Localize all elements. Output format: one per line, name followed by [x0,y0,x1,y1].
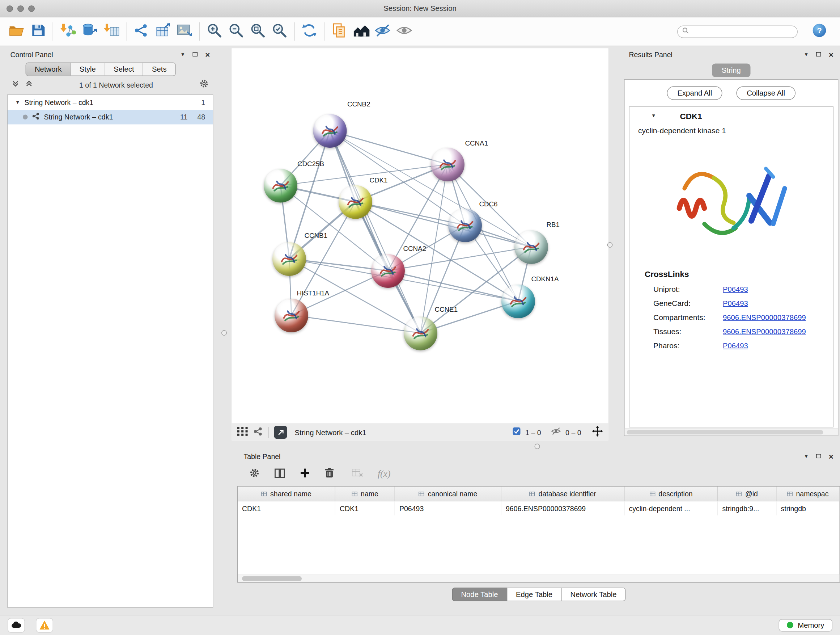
float-panel-icon[interactable] [193,52,198,57]
network-button[interactable] [130,21,152,42]
network-edge[interactable] [355,202,531,247]
splitter-handle-bottom[interactable] [535,444,540,449]
export-image-button[interactable] [174,21,195,42]
scrollbar-thumb[interactable] [627,430,823,434]
gear-icon[interactable] [199,79,209,91]
network-node-CCNA2[interactable] [371,254,405,288]
section-expander-icon[interactable]: ▼ [651,114,656,119]
results-horizontal-scrollbar[interactable] [625,429,838,436]
table-settings-gear-icon[interactable] [249,468,260,481]
crosslink-value-link[interactable]: P06493 [723,285,748,293]
home-button[interactable] [350,21,372,42]
network-from-table-button[interactable] [152,21,174,42]
export-network-button[interactable] [274,426,287,439]
protein-section-header[interactable]: ▼ CDK1 [630,107,833,125]
zoom-selected-button[interactable] [269,21,291,42]
column-header-shared-name[interactable]: shared name [238,486,335,501]
network-node-CDC25B[interactable] [264,169,297,203]
column-header--id[interactable]: @id [718,486,777,501]
network-collection-row[interactable]: ▼ String Network – cdk1 1 [8,95,213,110]
network-node-CCNB1[interactable] [272,242,306,276]
save-session-button[interactable] [27,21,49,42]
close-panel-icon[interactable]: × [829,50,834,59]
show-button[interactable] [393,21,415,42]
expander-icon[interactable]: ▼ [15,100,20,105]
tab-node-table[interactable]: Node Table [452,587,507,601]
hide-button[interactable] [372,21,393,42]
network-node-HIST1H1A[interactable] [275,299,308,333]
crosslink-value-link[interactable]: P06493 [723,341,748,350]
network-edge[interactable] [330,131,448,165]
scrollbar-thumb[interactable] [242,576,302,581]
network-edge[interactable] [292,315,421,333]
add-row-plus-icon[interactable] [300,468,310,481]
table-row[interactable]: CDK1CDK1P064939606.ENSP00000378699cyclin… [238,501,840,516]
network-edge[interactable] [421,225,465,333]
network-canvas[interactable]: CCNB2CCNA1CDC25BCDK1CDC6RB1CCNB1CCNA2CDK… [232,49,608,424]
collapse-all-icon[interactable] [11,80,20,90]
tab-string[interactable]: String [712,64,751,78]
move-crosshair-icon[interactable] [592,426,603,439]
zoom-in-button[interactable] [204,21,225,42]
collapse-panel-icon[interactable]: ▼ [804,52,808,57]
network-node-CDK1[interactable] [339,185,372,219]
tab-edge-table[interactable]: Edge Table [507,587,562,601]
crosslink-value-link[interactable]: 9606.ENSP00000378699 [723,327,806,336]
function-builder-button[interactable]: f(x) [378,469,390,480]
duplicate-button[interactable] [328,21,350,42]
expand-all-icon[interactable] [25,80,33,90]
show-columns-icon[interactable] [274,468,286,480]
crosslink-value-link[interactable]: 9606.ENSP00000378699 [723,313,806,321]
splitter-handle-right[interactable] [607,242,613,248]
tab-style[interactable]: Style [70,63,105,76]
column-header-canonical-name[interactable]: canonical name [395,486,501,501]
grid-icon[interactable] [237,426,248,438]
float-panel-icon[interactable] [816,52,821,57]
float-panel-icon[interactable] [816,454,821,458]
open-session-button[interactable] [5,21,27,42]
expand-all-button[interactable]: Expand All [667,87,722,100]
network-node-CCNB2[interactable] [313,114,347,148]
tab-select[interactable]: Select [104,63,143,76]
hidden-eye-icon[interactable] [551,427,561,438]
cloud-button[interactable] [8,618,25,633]
crosslink-value-link[interactable]: P06493 [723,299,748,307]
close-panel-icon[interactable]: × [829,452,834,461]
column-header-description[interactable]: description [625,486,718,501]
network-edge[interactable] [388,271,518,301]
splitter-handle-left[interactable] [221,330,227,336]
network-selection-status: 1 of 1 Network selected [39,81,194,89]
network-node-CCNE1[interactable] [404,317,437,350]
tab-network[interactable]: Network [26,63,71,76]
network-node-CDC6[interactable] [448,209,482,242]
import-network-database-button[interactable] [79,21,101,42]
tab-network-table[interactable]: Network Table [561,587,626,601]
network-edge[interactable] [330,131,421,333]
delete-trash-icon[interactable] [325,468,334,481]
collapse-panel-icon[interactable]: ▼ [804,454,808,459]
network-node-CCNA1[interactable] [431,148,464,181]
collapse-all-button[interactable]: Collapse All [737,87,796,100]
import-network-file-button[interactable] [57,21,79,42]
refresh-button[interactable] [298,21,320,42]
import-table-file-button[interactable] [101,21,122,42]
table-horizontal-scrollbar[interactable] [238,575,840,582]
tab-sets[interactable]: Sets [143,63,176,76]
help-button[interactable]: ? [812,23,827,40]
zoom-out-button[interactable] [225,21,247,42]
column-header-namespac[interactable]: namespac [777,486,840,501]
toolbar-separator [126,22,126,41]
network-node-CDKN1A[interactable] [501,285,535,318]
network-node-RB1[interactable] [515,230,548,264]
memory-button[interactable]: Memory [779,619,832,632]
column-header-name[interactable]: name [335,486,395,501]
collapse-panel-icon[interactable]: ▼ [180,52,185,57]
zoom-fit-button[interactable] [247,21,269,42]
warning-button[interactable] [36,618,53,633]
column-header-database-identifier[interactable]: database identifier [501,486,625,501]
search-input[interactable] [692,27,793,36]
selected-checkbox-icon[interactable] [512,427,521,438]
network-row[interactable]: String Network – cdk1 11 48 [8,110,213,125]
close-panel-icon[interactable]: × [205,50,210,59]
birdseye-share-icon[interactable] [254,426,263,438]
